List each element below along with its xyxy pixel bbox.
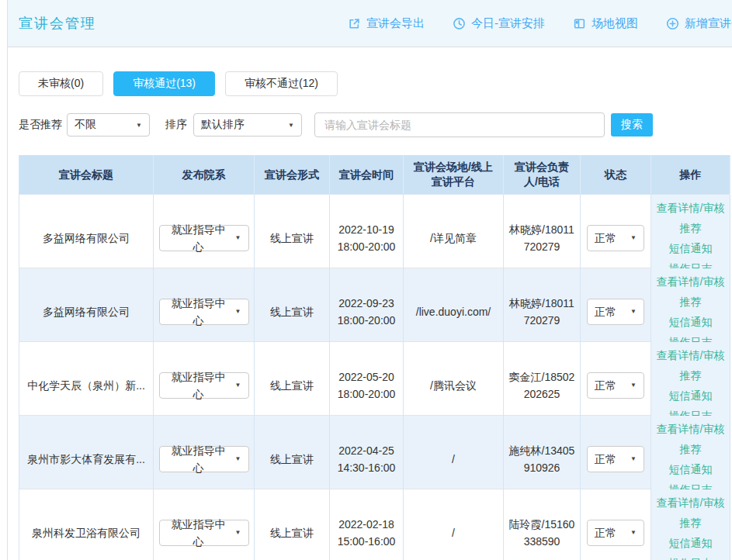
sms-notify-link[interactable]: 短信通知 xyxy=(669,459,713,479)
cell-status: 正常 ▼ xyxy=(581,489,651,560)
presentation-contact: 施纯林/13405910926 xyxy=(508,442,576,476)
filter-bar: 是否推荐 不限 ▼ 排序 默认排序 ▼ 搜索 xyxy=(19,112,732,137)
cell-operations: 查看详情/审核 推荐 短信通知 操作日志 xyxy=(651,489,730,560)
cell-department: 就业指导中心 ▼ xyxy=(154,489,255,560)
today-schedule-link[interactable]: 今日-宣讲安排 xyxy=(453,16,545,31)
presentation-venue: /腾讯会议 xyxy=(430,377,477,394)
status-select-value: 正常 xyxy=(595,451,616,468)
search-button[interactable]: 搜索 xyxy=(611,113,653,137)
department-select[interactable]: 就业指导中心 ▼ xyxy=(159,225,249,251)
presentation-venue: / xyxy=(452,524,455,541)
recommend-select[interactable]: 不限 ▼ xyxy=(67,113,150,137)
venue-view-link[interactable]: 场地视图 xyxy=(573,16,638,31)
search-input[interactable] xyxy=(314,112,605,137)
tab-unreviewed[interactable]: 未审核(0) xyxy=(19,71,103,96)
sms-notify-link[interactable]: 短信通知 xyxy=(669,533,713,553)
recommend-link[interactable]: 推荐 xyxy=(680,513,702,533)
presentation-contact: 陆玲霞/15160338590 xyxy=(508,516,576,550)
recommend-link[interactable]: 推荐 xyxy=(680,218,702,238)
cell-title: 泉州科发卫浴有限公司 xyxy=(19,489,154,560)
cell-format: 线上宣讲 xyxy=(255,489,330,560)
chevron-down-icon: ▼ xyxy=(630,451,637,468)
export-presentations-link[interactable]: 宣讲会导出 xyxy=(348,16,425,31)
col-header-department: 发布院系 xyxy=(154,155,255,194)
action-label: 今日-宣讲安排 xyxy=(471,16,545,31)
presentation-format: 线上宣讲 xyxy=(270,377,314,394)
tab-approved[interactable]: 审核通过(13) xyxy=(113,71,215,96)
presentation-title: 多益网络有限公司 xyxy=(43,230,130,247)
chevron-down-icon: ▼ xyxy=(630,524,637,541)
department-select-value: 就业指导中心 xyxy=(167,516,231,550)
department-select-value: 就业指导中心 xyxy=(167,442,231,476)
col-header-format: 宣讲会形式 xyxy=(255,155,330,194)
view-detail-review-link[interactable]: 查看详情/审核 xyxy=(657,198,725,218)
col-header-operations: 操作 xyxy=(651,155,730,194)
presentation-venue: /live.duoyi.com/ xyxy=(416,303,491,320)
action-label: 场地视图 xyxy=(591,16,638,31)
sort-select-value: 默认排序 xyxy=(201,118,245,132)
department-select-value: 就业指导中心 xyxy=(167,295,231,329)
action-label: 宣讲会导出 xyxy=(366,16,425,31)
content: 宣讲会管理 宣讲会导出 xyxy=(8,0,732,560)
recommend-link[interactable]: 推荐 xyxy=(680,439,702,459)
left-gutter xyxy=(0,0,8,560)
add-presentation-link[interactable]: 新增宣讲会 xyxy=(666,16,732,31)
status-select-value: 正常 xyxy=(595,377,616,394)
status-select[interactable]: 正常 ▼ xyxy=(587,372,644,399)
presentation-time: 2022-05-20 18:00-20:00 xyxy=(333,368,400,403)
presentation-contact: 窦金江/18502202625 xyxy=(508,368,576,403)
presentation-time: 2022-02-18 15:00-16:00 xyxy=(333,516,400,550)
department-select[interactable]: 就业指导中心 ▼ xyxy=(159,299,249,325)
presentation-contact: 林晓婷/18011720279 xyxy=(508,221,576,255)
plus-circle-icon xyxy=(666,17,679,30)
view-detail-review-link[interactable]: 查看详情/审核 xyxy=(657,419,725,439)
recommend-link[interactable]: 推荐 xyxy=(680,292,702,312)
department-select[interactable]: 就业指导中心 ▼ xyxy=(159,372,249,399)
tabs: 未审核(0) 审核通过(13) 审核不通过(12) xyxy=(19,71,732,96)
cell-time: 2022-02-18 15:00-16:00 xyxy=(330,489,404,560)
presentation-title: 泉州市影大体育发展有... xyxy=(27,451,145,468)
cell-venue: / xyxy=(404,489,504,560)
chevron-down-icon: ▼ xyxy=(235,451,241,468)
presentation-time: 2022-04-25 14:30-16:00 xyxy=(333,442,400,476)
table-row: 多益网络有限公司 就业指导中心 ▼ 线上宣讲 2022-09-23 18:00-… xyxy=(19,268,730,342)
chevron-down-icon: ▼ xyxy=(630,303,637,320)
presentation-title: 泉州科发卫浴有限公司 xyxy=(32,524,141,541)
presentation-format: 线上宣讲 xyxy=(270,230,314,247)
view-detail-review-link[interactable]: 查看详情/审核 xyxy=(657,345,725,365)
operation-log-link[interactable]: 操作日志 xyxy=(669,553,713,560)
sms-notify-link[interactable]: 短信通知 xyxy=(669,312,713,332)
sort-filter-label: 排序 xyxy=(165,118,187,132)
presentation-format: 线上宣讲 xyxy=(270,524,314,541)
page: 宣讲会管理 宣讲会导出 xyxy=(0,0,732,560)
status-select[interactable]: 正常 ▼ xyxy=(587,520,644,546)
presentation-title: 多益网络有限公司 xyxy=(43,303,130,320)
sms-notify-link[interactable]: 短信通知 xyxy=(669,238,713,258)
clock-icon xyxy=(453,17,466,30)
sort-select[interactable]: 默认排序 ▼ xyxy=(193,113,302,137)
recommend-link[interactable]: 推荐 xyxy=(680,365,702,385)
status-select[interactable]: 正常 ▼ xyxy=(587,225,644,251)
chevron-down-icon: ▼ xyxy=(235,524,241,541)
department-select[interactable]: 就业指导中心 ▼ xyxy=(159,520,249,546)
presentation-venue: / xyxy=(452,451,455,468)
department-select[interactable]: 就业指导中心 ▼ xyxy=(159,446,249,472)
cell-contact: 陆玲霞/15160338590 xyxy=(504,489,581,560)
presentation-time: 2022-09-23 18:00-20:00 xyxy=(333,295,400,329)
topbar-actions: 宣讲会导出 今日-宣讲安排 xyxy=(348,0,732,47)
chevron-down-icon: ▼ xyxy=(235,230,241,247)
status-select[interactable]: 正常 ▼ xyxy=(587,299,644,325)
table-row: 泉州市影大体育发展有... 就业指导中心 ▼ 线上宣讲 2022-04-25 1… xyxy=(19,416,730,489)
tab-rejected[interactable]: 审核不通过(12) xyxy=(225,71,338,96)
col-header-venue: 宣讲会场地/线上宣讲平台 xyxy=(404,155,504,194)
status-select[interactable]: 正常 ▼ xyxy=(587,446,644,472)
presentation-format: 线上宣讲 xyxy=(270,303,314,320)
department-select-value: 就业指导中心 xyxy=(167,221,231,255)
sms-notify-link[interactable]: 短信通知 xyxy=(669,385,713,406)
action-label: 新增宣讲会 xyxy=(685,16,732,31)
department-select-value: 就业指导中心 xyxy=(167,368,231,403)
col-header-time: 宣讲会时间 xyxy=(330,155,404,194)
view-detail-review-link[interactable]: 查看详情/审核 xyxy=(657,271,725,292)
view-detail-review-link[interactable]: 查看详情/审核 xyxy=(657,493,725,513)
table-row: 泉州科发卫浴有限公司 就业指导中心 ▼ 线上宣讲 2022-02-18 15:0… xyxy=(19,489,730,560)
